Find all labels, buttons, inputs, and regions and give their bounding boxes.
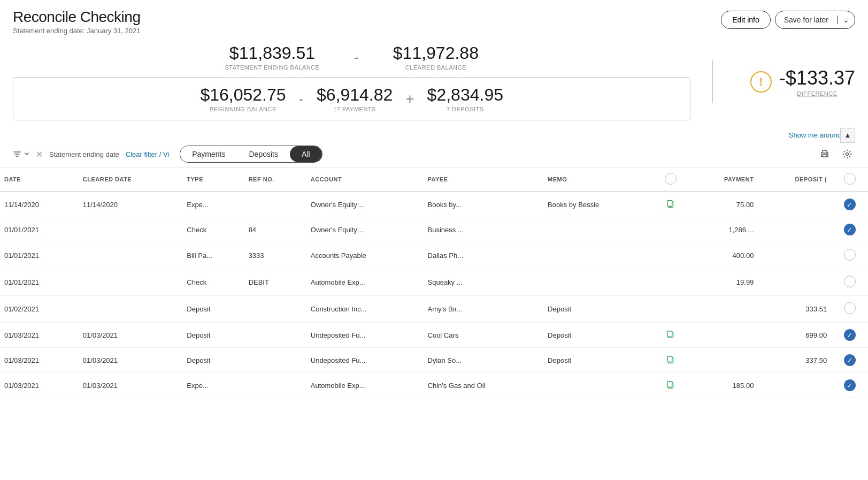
cell-type: Check xyxy=(182,217,244,242)
transactions-table: DATE CLEARED DATE TYPE REF NO. ACCOUNT P… xyxy=(0,167,868,398)
deposits-amount: $2,834.95 xyxy=(427,85,503,105)
table-row[interactable]: 11/14/2020 11/14/2020 Expe... Owner's Eq… xyxy=(0,192,868,217)
tab-deposits[interactable]: Deposits xyxy=(237,146,289,162)
cell-memo xyxy=(543,269,652,296)
filter-icon[interactable] xyxy=(13,150,29,158)
cell-checkbox[interactable] xyxy=(831,296,868,323)
tab-payments[interactable]: Payments xyxy=(180,146,237,162)
cell-checkbox[interactable]: ✓ xyxy=(831,348,868,373)
col-header-deposit: DEPOSIT ( xyxy=(758,167,831,192)
col-header-type: TYPE xyxy=(182,167,244,192)
table-row[interactable]: 01/01/2021 Bill Pa... 3333 Accounts Paya… xyxy=(0,242,868,269)
cell-deposit xyxy=(758,242,831,269)
clear-filter-link[interactable]: Clear filter / Vi xyxy=(126,150,169,158)
table-row[interactable]: 01/03/2021 01/03/2021 Deposit Undeposite… xyxy=(0,348,868,373)
filter-right-actions xyxy=(817,146,855,162)
cleared-checkbox[interactable] xyxy=(844,302,856,314)
cell-ref-no xyxy=(244,348,306,373)
tab-all[interactable]: All xyxy=(290,146,322,162)
save-for-later-button[interactable]: Save for later ⌄ xyxy=(775,11,855,29)
copy-icon[interactable] xyxy=(666,380,675,390)
deposits-balance: $2,834.95 7 DEPOSITS xyxy=(427,85,503,112)
cell-checkbox[interactable]: ✓ xyxy=(831,323,868,348)
payments-amount: $6,914.82 xyxy=(317,85,393,105)
cell-date: 01/01/2021 xyxy=(0,217,79,242)
cell-copy-icon xyxy=(652,242,689,269)
table-row[interactable]: 01/01/2021 Check 84 Owner's Equity:... B… xyxy=(0,217,868,242)
cell-date: 01/02/2021 xyxy=(0,296,79,323)
warning-icon: ! xyxy=(750,71,772,93)
table-row[interactable]: 01/03/2021 01/03/2021 Expe... Automobile… xyxy=(0,373,868,398)
cell-deposit: 699.00 xyxy=(758,323,831,348)
cleared-checkbox[interactable] xyxy=(844,276,856,287)
cell-memo: Deposit xyxy=(543,296,652,323)
cell-deposit: 333.51 xyxy=(758,296,831,323)
col-header-cleared-date: CLEARED DATE xyxy=(79,167,182,192)
table-row[interactable]: 01/02/2021 Deposit Construction Inc... A… xyxy=(0,296,868,323)
balance-divider xyxy=(712,60,713,103)
cell-memo: Deposit xyxy=(543,348,652,373)
difference-section: ! -$133.37 DIFFERENCE xyxy=(734,67,855,97)
copy-icon[interactable] xyxy=(666,330,675,339)
cell-ref-no xyxy=(244,373,306,398)
cell-payment: 75.00 xyxy=(689,192,758,217)
edit-info-button[interactable]: Edit info xyxy=(721,11,771,29)
balance-summary: $11,839.51 STATEMENT ENDING BALANCE - $1… xyxy=(0,35,868,129)
cell-checkbox[interactable] xyxy=(831,242,868,269)
table-row[interactable]: 01/01/2021 Check DEBIT Automobile Exp...… xyxy=(0,269,868,296)
difference-label: DIFFERENCE xyxy=(779,90,855,97)
cell-memo xyxy=(543,373,652,398)
table-header-row: DATE CLEARED DATE TYPE REF NO. ACCOUNT P… xyxy=(0,167,868,192)
select-all-checkbox[interactable] xyxy=(665,173,677,185)
col-header-copy xyxy=(652,167,689,192)
cell-payee: Chin's Gas and Oil xyxy=(424,373,544,398)
cell-checkbox[interactable] xyxy=(831,269,868,296)
header-actions: Edit info Save for later ⌄ xyxy=(721,11,855,29)
table-row[interactable]: 01/03/2021 01/03/2021 Deposit Undeposite… xyxy=(0,323,868,348)
filter-bar: ✕ Statement ending date Clear filter / V… xyxy=(0,141,868,167)
statement-ending-balance-amount: $11,839.51 xyxy=(225,43,319,63)
cell-copy-icon xyxy=(652,296,689,323)
cell-cleared-date: 01/03/2021 xyxy=(79,373,182,398)
cell-cleared-date xyxy=(79,269,182,296)
settings-icon[interactable] xyxy=(839,146,855,162)
cell-payment: 400.00 xyxy=(689,242,758,269)
cell-copy-icon xyxy=(652,269,689,296)
cell-payment xyxy=(689,296,758,323)
col-header-payment: PAYMENT xyxy=(689,167,758,192)
difference-amount: -$133.37 xyxy=(779,67,855,89)
cleared-all-checkbox[interactable] xyxy=(844,173,856,185)
save-for-later-chevron-icon[interactable]: ⌄ xyxy=(837,16,855,24)
cell-account: Construction Inc... xyxy=(306,296,424,323)
cell-copy-icon xyxy=(652,217,689,242)
print-icon[interactable] xyxy=(817,146,833,162)
cell-checkbox[interactable]: ✓ xyxy=(831,217,868,242)
show-me-around-link[interactable]: Show me around xyxy=(789,131,841,139)
cell-type: Deposit xyxy=(182,296,244,323)
cleared-checkbox[interactable] xyxy=(844,249,856,261)
cleared-checkbox[interactable]: ✓ xyxy=(844,224,856,235)
cell-cleared-date: 11/14/2020 xyxy=(79,192,182,217)
transactions-table-container: DATE CLEARED DATE TYPE REF NO. ACCOUNT P… xyxy=(0,167,868,398)
cleared-balance-amount: $11,972.88 xyxy=(393,43,479,63)
filter-clear-x[interactable]: ✕ xyxy=(36,149,43,159)
cell-checkbox[interactable]: ✓ xyxy=(831,373,868,398)
cleared-checkbox[interactable]: ✓ xyxy=(844,329,856,341)
cell-checkbox[interactable]: ✓ xyxy=(831,192,868,217)
cell-payment: 185.00 xyxy=(689,373,758,398)
scroll-up-button[interactable]: ▲ xyxy=(840,128,855,143)
cleared-checkbox[interactable]: ✓ xyxy=(844,354,856,366)
statement-filter-text: Statement ending date xyxy=(49,150,119,158)
svg-rect-10 xyxy=(667,356,672,362)
cleared-checkbox[interactable]: ✓ xyxy=(844,379,856,391)
cleared-checkbox[interactable]: ✓ xyxy=(844,199,856,210)
cell-type: Expe... xyxy=(182,373,244,398)
operator-plus: + xyxy=(405,90,414,108)
cell-payee: Books by... xyxy=(424,192,544,217)
header-title-section: Reconcile Checking Statement ending date… xyxy=(13,9,141,35)
cell-payee: Squeaky ... xyxy=(424,269,544,296)
cell-account: Undeposited Fu... xyxy=(306,323,424,348)
cell-type: Deposit xyxy=(182,348,244,373)
copy-icon[interactable] xyxy=(666,199,675,209)
copy-icon[interactable] xyxy=(666,355,675,364)
